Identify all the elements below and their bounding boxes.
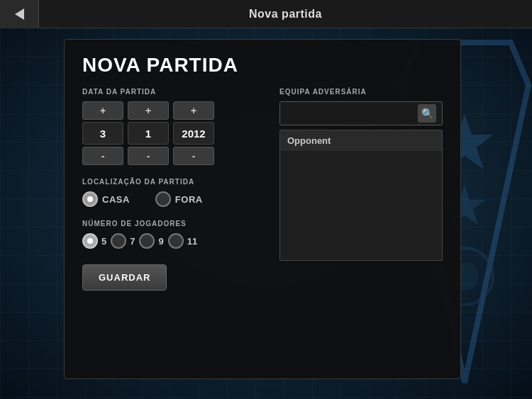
year-column: + 2012 - bbox=[173, 101, 214, 165]
main-card: NOVA PARTIDA DATA DA PARTIDA + 3 - + 1 - bbox=[64, 39, 461, 379]
casa-radio-circle[interactable] bbox=[82, 191, 98, 207]
year-decrement-button[interactable]: - bbox=[173, 147, 214, 165]
back-arrow-icon bbox=[15, 9, 24, 20]
opponent-search-input[interactable] bbox=[286, 108, 418, 119]
players-9-label: 9 bbox=[158, 236, 163, 247]
players-11-label: 11 bbox=[187, 236, 197, 247]
players-option-11[interactable]: 11 bbox=[168, 233, 197, 249]
month-decrement-button[interactable]: - bbox=[128, 147, 169, 165]
right-column: EQUIPA ADVERSÁRIA 🔍 Opponent bbox=[279, 88, 443, 291]
card-title: NOVA PARTIDA bbox=[82, 54, 443, 77]
opponent-label: EQUIPA ADVERSÁRIA bbox=[279, 88, 443, 96]
players-7-label: 7 bbox=[130, 236, 135, 247]
search-icon: 🔍 bbox=[421, 108, 433, 119]
day-decrement-button[interactable]: - bbox=[82, 147, 123, 165]
players-option-7[interactable]: 7 bbox=[111, 233, 135, 249]
players-11-circle[interactable] bbox=[168, 233, 184, 249]
save-button[interactable]: GUARDAR bbox=[82, 264, 167, 291]
fora-radio-label: FORA bbox=[175, 194, 203, 205]
players-5-circle[interactable] bbox=[82, 233, 98, 249]
players-5-label: 5 bbox=[101, 236, 106, 247]
players-label: NÚMERO DE JOGADORES bbox=[82, 220, 265, 227]
back-button[interactable] bbox=[0, 0, 39, 28]
players-9-circle[interactable] bbox=[139, 233, 155, 249]
year-value: 2012 bbox=[173, 122, 214, 145]
opponent-list[interactable] bbox=[279, 151, 443, 261]
date-picker: + 3 - + 1 - + 2012 - bbox=[82, 101, 265, 165]
date-label: DATA DA PARTIDA bbox=[82, 88, 265, 96]
location-option-casa[interactable]: CASA bbox=[82, 191, 130, 207]
year-increment-button[interactable]: + bbox=[173, 101, 214, 120]
location-section: LOCALIZAÇÃO DA PARTIDA CASA FORA bbox=[82, 178, 265, 207]
players-group: 5 7 9 11 bbox=[82, 233, 265, 249]
top-bar: Nova partida bbox=[0, 0, 532, 28]
fora-radio-circle[interactable] bbox=[155, 191, 171, 207]
search-button[interactable]: 🔍 bbox=[418, 104, 436, 123]
players-option-5[interactable]: 5 bbox=[82, 233, 106, 249]
players-section: NÚMERO DE JOGADORES 5 7 9 bbox=[82, 220, 265, 249]
topbar-title: Nova partida bbox=[39, 8, 532, 21]
left-column: DATA DA PARTIDA + 3 - + 1 - + 2012 bbox=[82, 88, 265, 291]
opponent-result-header: Opponent bbox=[279, 130, 443, 151]
card-body: DATA DA PARTIDA + 3 - + 1 - + 2012 bbox=[82, 88, 443, 291]
day-value: 3 bbox=[82, 122, 123, 145]
day-increment-button[interactable]: + bbox=[82, 101, 123, 120]
players-7-circle[interactable] bbox=[111, 233, 126, 249]
location-option-fora[interactable]: FORA bbox=[155, 191, 203, 207]
month-column: + 1 - bbox=[128, 101, 169, 165]
players-option-9[interactable]: 9 bbox=[139, 233, 163, 249]
day-column: + 3 - bbox=[82, 101, 123, 165]
month-increment-button[interactable]: + bbox=[128, 101, 169, 120]
month-value: 1 bbox=[128, 122, 169, 145]
location-radio-group: CASA FORA bbox=[82, 191, 265, 207]
opponent-search-box[interactable]: 🔍 bbox=[279, 101, 443, 125]
location-label: LOCALIZAÇÃO DA PARTIDA bbox=[82, 178, 265, 186]
casa-radio-label: CASA bbox=[102, 194, 130, 205]
